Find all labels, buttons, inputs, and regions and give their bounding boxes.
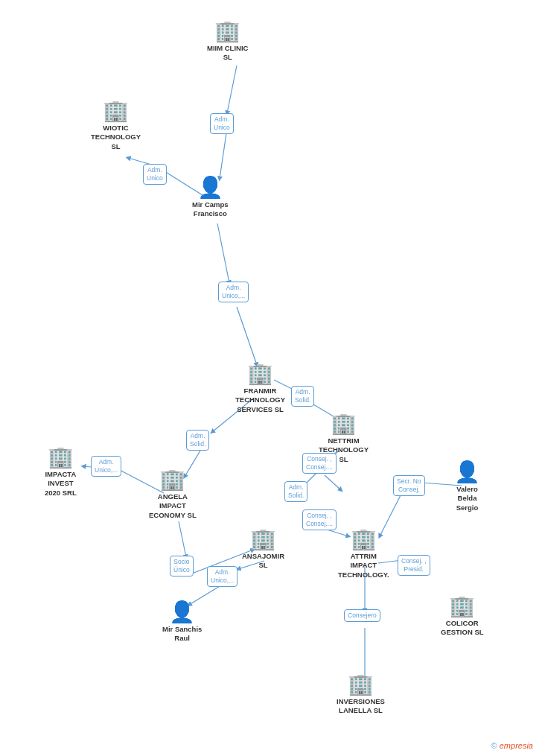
- badge-socio-unico: SocioÚnico: [170, 556, 194, 576]
- company-icon-nettrim: 🏢: [331, 413, 357, 434]
- badge-consej-presid: Consej. ,Presid.: [398, 555, 430, 576]
- badge-adm-unico-5: Adm.Unico,...: [207, 566, 237, 587]
- label-impacta: IMPACTAINVEST2020 SRL: [45, 470, 77, 498]
- label-miim: MIIM CLINICSL: [207, 44, 248, 63]
- company-icon-ansajomir: 🏢: [250, 529, 276, 550]
- node-valero: 👤 ValeroBeldaSergio: [454, 462, 480, 512]
- svg-line-5: [237, 307, 257, 365]
- company-icon-colicor: 🏢: [449, 596, 475, 617]
- company-icon-franmir: 🏢: [247, 363, 273, 384]
- person-icon-mir-camps: 👤: [197, 177, 223, 198]
- brand-name: empresia: [500, 741, 533, 750]
- badge-adm-unico-3: Adm.Unico,...: [218, 282, 249, 302]
- label-franmir: FRANMIRTECHNOLOGYSERVICES SL: [235, 387, 285, 414]
- label-angela: ANGELAIMPACTECONOMY SL: [149, 492, 197, 520]
- node-ansajomir: 🏢 ANSAJOMIRSL: [242, 529, 284, 571]
- svg-line-1: [220, 128, 227, 179]
- node-miim-clinic: 🏢 MIIM CLINICSL: [207, 21, 248, 63]
- company-icon-miim: 🏢: [214, 21, 240, 42]
- svg-line-4: [217, 223, 229, 283]
- person-icon-valero: 👤: [454, 462, 480, 483]
- badge-adm-unico-4: Adm.Unico,...: [91, 456, 121, 477]
- svg-line-0: [227, 66, 237, 113]
- badge-adm-unico-1: Adm.Unico: [210, 113, 234, 134]
- company-icon-angela: 🏢: [159, 469, 185, 490]
- company-icon-attrim: 🏢: [351, 529, 377, 550]
- node-wiotic: 🏢 WIOTICTECHNOLOGYSL: [91, 101, 141, 151]
- person-icon-mir-sanchis: 👤: [169, 602, 195, 623]
- node-mir-sanchis: 👤 Mir SanchisRaul: [162, 602, 202, 644]
- diagram-container: 🏢 MIIM CLINICSL 🏢 WIOTICTECHNOLOGYSL 👤 M…: [0, 0, 542, 756]
- label-colicor: COLICORGESTION SL: [441, 619, 484, 638]
- node-colicor: 🏢 COLICORGESTION SL: [441, 596, 484, 638]
- label-mir-camps: Mir CampsFrancisco: [192, 200, 229, 219]
- watermark: © empresia: [491, 741, 533, 750]
- node-franmir: 🏢 FRANMIRTECHNOLOGYSERVICES SL: [235, 363, 285, 414]
- node-attrim: 🏢 ATTRIMIMPACTTECHNOLOGY.: [338, 529, 389, 579]
- node-impacta: 🏢 IMPACTAINVEST2020 SRL: [45, 447, 77, 498]
- label-valero: ValeroBeldaSergio: [456, 485, 479, 512]
- badge-secr-no-consej: Secr. NoConsej.: [393, 475, 425, 496]
- svg-line-18: [179, 521, 186, 557]
- badge-consej-2: Consej. ,Consej....: [302, 509, 337, 530]
- badge-consejero: Consejero: [344, 609, 380, 622]
- label-attrim: ATTRIMIMPACTTECHNOLOGY.: [338, 552, 389, 579]
- company-icon-impacta: 🏢: [48, 447, 74, 468]
- label-ansajomir: ANSAJOMIRSL: [242, 552, 284, 571]
- node-inversiones: 🏢 INVERSIONESLANELLA SL: [337, 674, 385, 716]
- badge-adm-solid-2: Adm.Solid.: [186, 430, 209, 451]
- copyright-symbol: ©: [491, 741, 497, 750]
- badge-adm-solid-1: Adm.Solid.: [291, 386, 314, 407]
- label-mir-sanchis: Mir SanchisRaul: [162, 625, 202, 644]
- node-angela: 🏢 ANGELAIMPACTECONOMY SL: [149, 469, 197, 520]
- label-wiotic: WIOTICTECHNOLOGYSL: [91, 124, 141, 151]
- company-icon-wiotic: 🏢: [103, 101, 129, 121]
- node-mir-camps: 👤 Mir CampsFrancisco: [192, 177, 229, 219]
- company-icon-inversiones: 🏢: [348, 674, 374, 695]
- badge-adm-solid-3: Adm.Solid.: [284, 481, 307, 502]
- label-inversiones: INVERSIONESLANELLA SL: [337, 697, 385, 716]
- badge-consej-1: Consej. ,Consej....: [302, 453, 337, 474]
- badge-adm-unico-2: Adm.Unico: [143, 164, 167, 185]
- svg-line-13: [325, 475, 341, 490]
